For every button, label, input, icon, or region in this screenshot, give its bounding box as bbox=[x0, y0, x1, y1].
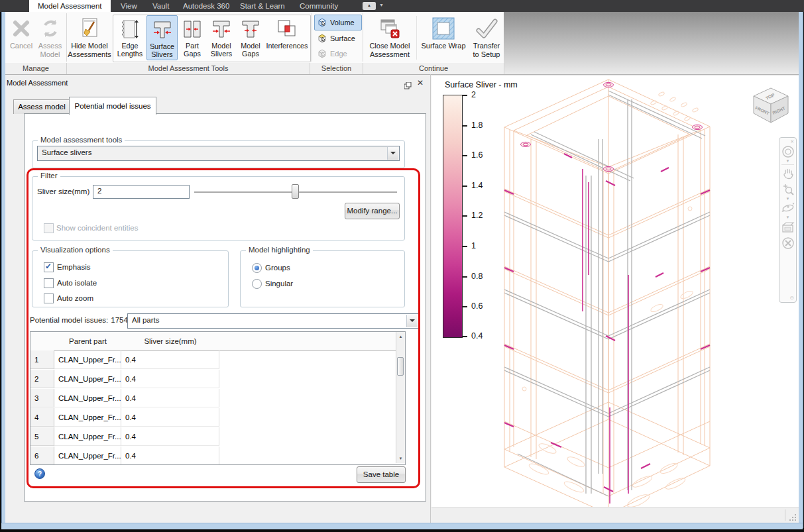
navbar-close-icon[interactable]: ✕ bbox=[779, 138, 796, 144]
cell-parent-part[interactable]: CLAN_Upper_Fr... bbox=[54, 370, 121, 388]
assessment-tool-value: Surface slivers bbox=[42, 146, 91, 159]
cell-sliver-size[interactable]: 0.4 bbox=[121, 427, 219, 446]
navbar-customize-icon[interactable]: ⊖ bbox=[789, 295, 794, 301]
navbar-caret-icon[interactable]: ▼ bbox=[779, 158, 796, 164]
cell-parent-part[interactable]: CLAN_Upper_Fr... bbox=[54, 408, 121, 427]
cancel-button[interactable]: Cancel bbox=[8, 14, 34, 62]
scrollbar-thumb[interactable] bbox=[397, 357, 404, 376]
legend-tick-label: 1.6 bbox=[471, 150, 483, 160]
steering-wheel-button[interactable] bbox=[779, 144, 796, 158]
hide-model-assessments-button[interactable]: Hide Model Assessments bbox=[69, 14, 110, 62]
sliver-size-input[interactable]: 2 bbox=[93, 185, 190, 199]
close-model-assessment-icon bbox=[378, 15, 401, 42]
highlighting-groupbox-label: Model highlighting bbox=[246, 246, 313, 254]
group-label-continue[interactable]: Continue bbox=[363, 63, 504, 74]
combo-arrow-icon[interactable] bbox=[387, 147, 398, 160]
save-table-button[interactable]: Save table bbox=[357, 466, 406, 483]
group-divider bbox=[416, 16, 417, 60]
surface-slivers-button[interactable]: Surface Slivers bbox=[146, 15, 178, 60]
panel-title: Model Assessment bbox=[7, 79, 68, 87]
tab-autodesk-360[interactable]: Autodesk 360 bbox=[180, 0, 232, 12]
cell-sliver-size[interactable]: 0.4 bbox=[121, 447, 219, 465]
tab-vault[interactable]: Vault bbox=[150, 0, 172, 12]
group-label-selection[interactable]: Selection bbox=[310, 63, 363, 74]
look-at-button[interactable] bbox=[779, 220, 796, 234]
auto-zoom-checkbox[interactable] bbox=[44, 293, 54, 303]
cell-parent-part[interactable]: CLAN_Upper_Fr... bbox=[54, 350, 121, 369]
tab-start-learn[interactable]: Start & Learn bbox=[237, 0, 288, 12]
sliver-size-slider-handle[interactable] bbox=[292, 184, 299, 199]
modify-range-button[interactable]: Modify range... bbox=[345, 203, 400, 219]
table-header-parent-part[interactable]: Parent part bbox=[54, 332, 122, 351]
table-header-sliver-size[interactable]: Sliver size(mm) bbox=[121, 332, 220, 351]
legend-tick bbox=[462, 125, 467, 127]
minimize-ribbon-icon[interactable]: ▲ bbox=[363, 2, 376, 10]
emphasis-checkbox[interactable] bbox=[44, 262, 54, 272]
row-number[interactable]: 2 bbox=[30, 370, 54, 388]
show-coincident-checkbox[interactable] bbox=[44, 223, 54, 233]
scroll-up-icon[interactable]: ▲ bbox=[396, 332, 405, 341]
groups-radio[interactable] bbox=[252, 263, 262, 273]
selection-volume-button[interactable]: Volume bbox=[314, 15, 362, 30]
row-number[interactable]: 3 bbox=[30, 389, 54, 407]
filter-groupbox-label: Filter bbox=[38, 172, 60, 180]
edge-lengths-button[interactable]: Edge Lengths bbox=[113, 15, 146, 60]
cell-sliver-size[interactable]: 0.4 bbox=[121, 350, 219, 369]
tab-assess-model[interactable]: Assess model bbox=[13, 99, 70, 114]
row-number[interactable]: 6 bbox=[30, 447, 54, 465]
singular-radio[interactable] bbox=[252, 279, 262, 289]
panel-float-icon[interactable] bbox=[404, 80, 412, 92]
view-cube[interactable]: TOP FRONT RIGHT bbox=[747, 81, 795, 129]
transfer-to-setup-button[interactable]: Transfer to Setup bbox=[469, 14, 504, 62]
viewport-3d[interactable]: Surface Sliver - mm 2 1.8 1.6 1.4 1.2 1 … bbox=[431, 76, 799, 507]
table-scrollbar[interactable]: ▲ ▼ bbox=[396, 332, 405, 463]
full-nav-button[interactable] bbox=[779, 234, 796, 250]
resize-grip-icon[interactable] bbox=[789, 513, 797, 521]
model-slivers-button[interactable]: Model Slivers bbox=[207, 15, 236, 60]
selection-surface-button[interactable]: Surface bbox=[314, 30, 362, 46]
assessment-tool-combobox[interactable]: Surface slivers bbox=[37, 146, 400, 161]
surface-wrap-button[interactable]: Surface Wrap bbox=[418, 14, 469, 62]
tab-potential-model-issues[interactable]: Potential model issues bbox=[69, 97, 156, 115]
panel-close-icon[interactable]: ✕ bbox=[417, 78, 424, 87]
navbar-caret-icon[interactable]: ▼ bbox=[779, 196, 796, 201]
cell-sliver-size[interactable]: 0.4 bbox=[121, 408, 219, 427]
cell-parent-part[interactable]: CLAN_Upper_Fr... bbox=[54, 389, 121, 407]
cell-sliver-size[interactable]: 0.4 bbox=[121, 370, 219, 388]
row-number[interactable]: 4 bbox=[30, 408, 54, 427]
assess-model-button[interactable]: Assess Model bbox=[35, 14, 65, 62]
groups-label: Groups bbox=[265, 264, 290, 272]
panel-viewport-divider[interactable] bbox=[430, 74, 431, 523]
edge-lengths-icon bbox=[119, 17, 141, 42]
show-coincident-label: Show coincident entities bbox=[56, 224, 138, 232]
parts-filter-combobox[interactable]: All parts bbox=[127, 313, 419, 329]
navbar-caret-icon[interactable]: ▼ bbox=[779, 215, 796, 220]
pan-button[interactable] bbox=[779, 166, 796, 180]
cell-parent-part[interactable]: CLAN_Upper_Fr... bbox=[54, 427, 121, 446]
table-header-blank[interactable] bbox=[30, 332, 55, 351]
auto-isolate-checkbox[interactable] bbox=[44, 278, 54, 288]
row-number[interactable]: 1 bbox=[30, 350, 54, 369]
ribbon-options-caret-icon[interactable]: ▼ bbox=[379, 3, 384, 7]
scroll-down-icon[interactable]: ▼ bbox=[396, 454, 405, 463]
part-gaps-button[interactable]: Part Gaps bbox=[178, 15, 207, 60]
combo-arrow-icon[interactable] bbox=[406, 315, 418, 327]
legend-tick-label: 1.2 bbox=[471, 211, 483, 220]
model-gaps-button[interactable]: Model Gaps bbox=[236, 15, 265, 60]
tab-view[interactable]: View bbox=[118, 0, 140, 12]
help-icon[interactable]: ? bbox=[34, 468, 45, 479]
part-gaps-icon bbox=[181, 17, 203, 42]
cell-sliver-size[interactable]: 0.4 bbox=[121, 389, 219, 407]
group-label-manage[interactable]: Manage bbox=[5, 63, 67, 74]
tab-model-assessment[interactable]: Model Assessment bbox=[29, 0, 111, 12]
orbit-button[interactable] bbox=[779, 201, 796, 215]
tab-community[interactable]: Community bbox=[297, 0, 341, 12]
interferences-button[interactable]: Interferences bbox=[265, 15, 309, 60]
legend-tick-label: 0.8 bbox=[471, 272, 483, 281]
cell-parent-part[interactable]: CLAN_Upper_Fr... bbox=[54, 447, 121, 465]
group-label-model-assessment-tools[interactable]: Model Assessment Tools bbox=[67, 63, 310, 74]
zoom-button[interactable] bbox=[779, 180, 796, 196]
selection-edge-button[interactable]: Edge bbox=[314, 46, 362, 61]
row-number[interactable]: 5 bbox=[30, 427, 54, 446]
close-model-assessment-button[interactable]: Close Model Assessment bbox=[365, 14, 414, 62]
